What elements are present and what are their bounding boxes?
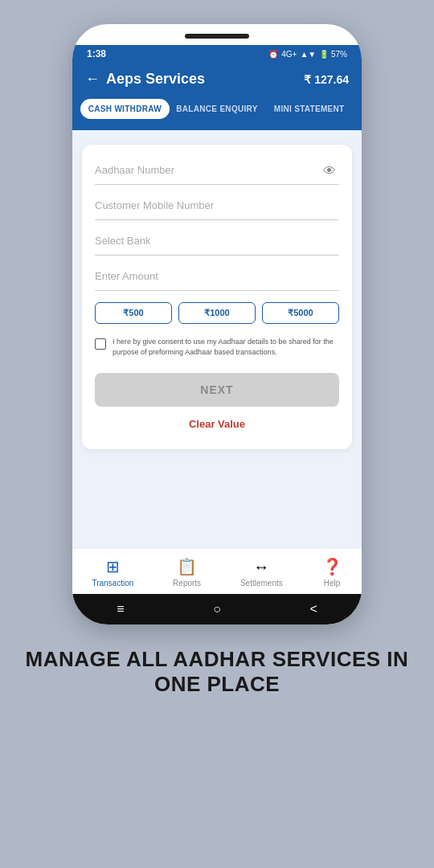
nav-transaction[interactable]: ⊞ Transaction [92,557,133,588]
tab-mini-statement[interactable]: MINI STATEMENT [264,99,354,119]
signal-icon: ▲▼ [300,50,316,59]
android-nav: ≡ ○ < [72,594,362,624]
consent-text: I here by give consent to use my Aadhaar… [113,337,339,357]
nav-transaction-label: Transaction [92,579,133,588]
quick-amounts: ₹500 ₹1000 ₹5000 [95,302,339,324]
status-icons: ⏰ 4G+ ▲▼ 🔋 57% [268,50,347,59]
page-wrapper: 1:38 ⏰ 4G+ ▲▼ 🔋 57% ← Aeps Services ₹ 12… [0,0,434,868]
nav-settlements[interactable]: ↔ Settlements [240,558,283,588]
android-back-button[interactable]: < [309,602,317,616]
nav-reports-label: Reports [173,579,201,588]
android-home-button[interactable]: ○ [213,602,221,616]
tab-cash-withdraw[interactable]: CASH WITHDRAW [80,99,170,119]
aadhaar-input[interactable] [95,161,339,179]
status-time: 1:38 [87,48,106,59]
nav-help[interactable]: ❓ Help [322,557,342,588]
tagline-text: MANAGE ALL AADHAR SERVICES IN ONE PLACE [16,647,418,697]
bank-input[interactable] [95,231,339,250]
consent-checkbox[interactable] [95,338,106,350]
amount-input[interactable] [95,267,339,285]
reports-icon: 📋 [177,557,197,576]
alarm-icon: ⏰ [268,50,278,59]
mobile-field [95,196,339,220]
nav-reports[interactable]: 📋 Reports [173,557,201,588]
header-left: ← Aeps Services [85,71,205,88]
nav-settlements-label: Settlements [240,579,283,588]
header-balance: ₹ 127.64 [304,73,349,86]
help-icon: ❓ [322,557,342,576]
back-button[interactable]: ← [85,71,100,88]
consent-row: I here by give consent to use my Aadhaar… [95,337,339,357]
clear-value-link[interactable]: Clear Value [95,418,339,430]
tabs-container: CASH WITHDRAW BALANCE ENQUIRY MINI STATE… [72,99,362,130]
status-bar: 1:38 ⏰ 4G+ ▲▼ 🔋 57% [72,45,362,63]
network-icon: 4G+ [281,50,297,59]
header-title: Aeps Services [106,71,205,88]
amount-1000-button[interactable]: ₹1000 [178,302,256,324]
battery-icon: 🔋 57% [319,50,347,59]
tagline-section: MANAGE ALL AADHAR SERVICES IN ONE PLACE [0,647,434,697]
form-card: 👁 ₹500 ₹1000 ₹5000 [82,145,352,449]
amount-field [95,267,339,291]
main-content: 👁 ₹500 ₹1000 ₹5000 [72,130,362,548]
transaction-icon: ⊞ [106,557,120,576]
settlements-icon: ↔ [253,558,269,576]
nav-help-label: Help [324,579,341,588]
bank-field [95,231,339,256]
mobile-input[interactable] [95,196,339,215]
amount-500-button[interactable]: ₹500 [95,302,172,324]
aadhaar-field: 👁 [95,161,339,185]
tab-balance-enquiry[interactable]: BALANCE ENQUIRY [173,99,262,119]
phone-notch [185,34,249,39]
phone-shell: 1:38 ⏰ 4G+ ▲▼ 🔋 57% ← Aeps Services ₹ 12… [72,24,362,624]
eye-icon[interactable]: 👁 [323,164,336,178]
app-header: ← Aeps Services ₹ 127.64 [72,63,362,99]
next-button[interactable]: NEXT [95,373,339,407]
bottom-nav: ⊞ Transaction 📋 Reports ↔ Settlements ❓ … [72,548,362,594]
android-menu-button[interactable]: ≡ [117,602,124,616]
amount-5000-button[interactable]: ₹5000 [262,302,339,324]
